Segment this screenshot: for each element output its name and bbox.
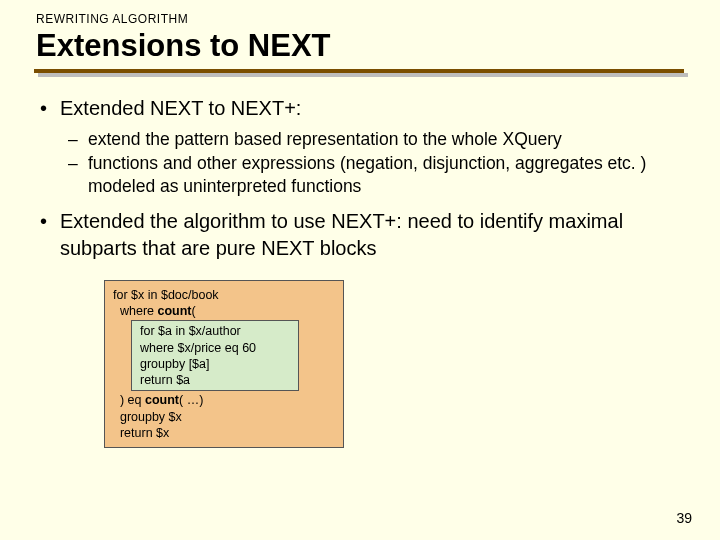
title-rule	[34, 69, 686, 77]
code-line: for $x in $doc/book	[113, 287, 335, 303]
code-block-inner: for $a in $x/author where $x/price eq 60…	[131, 320, 299, 391]
page-number: 39	[676, 510, 692, 526]
code-line: return $a	[140, 372, 292, 388]
bullet-list: Extended NEXT to NEXT+: extend the patte…	[34, 95, 686, 262]
slide: REWRITING ALGORITHM Extensions to NEXT E…	[0, 0, 720, 540]
code-line: for $a in $x/author	[140, 323, 292, 339]
code-line: ) eq count( …)	[113, 392, 335, 408]
kicker: REWRITING ALGORITHM	[36, 12, 686, 26]
bullet-1-sublist: extend the pattern based representation …	[60, 128, 686, 198]
code-frag: (	[192, 304, 196, 318]
code-keyword: count	[157, 304, 191, 318]
code-line: where $x/price eq 60	[140, 340, 292, 356]
bullet-1-sub-1: extend the pattern based representation …	[88, 128, 686, 151]
code-block-outer: for $x in $doc/book where count( for $a …	[104, 280, 344, 448]
code-line: groupby $x	[113, 409, 335, 425]
code-frag: ) eq	[113, 393, 145, 407]
slide-title: Extensions to NEXT	[36, 30, 686, 63]
bullet-1-sub-2: functions and other expressions (negatio…	[88, 152, 686, 198]
code-frag: ( …)	[179, 393, 203, 407]
bullet-2: Extended the algorithm to use NEXT+: nee…	[60, 208, 686, 262]
bullet-1-text: Extended NEXT to NEXT+:	[60, 97, 301, 119]
rule-shadow	[38, 73, 688, 77]
code-frag: where	[113, 304, 157, 318]
code-line: where count(	[113, 303, 335, 319]
code-line: groupby [$a]	[140, 356, 292, 372]
code-keyword: count	[145, 393, 179, 407]
bullet-1: Extended NEXT to NEXT+: extend the patte…	[60, 95, 686, 198]
code-line: return $x	[113, 425, 335, 441]
rule-line	[34, 69, 684, 73]
